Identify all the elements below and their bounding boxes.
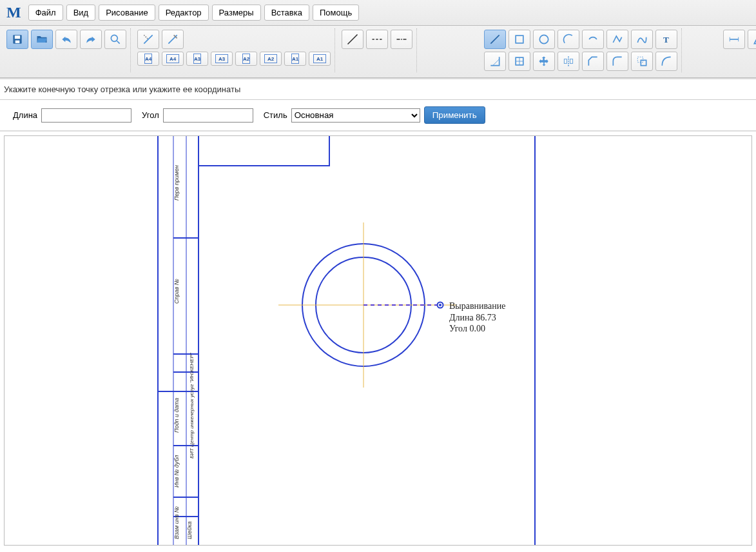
style-dash-icon[interactable]: [366, 30, 388, 49]
length-input[interactable]: [41, 108, 131, 123]
toolbar-container: A4 A4 A3 A3 A2 A2 A1 A1 T: [0, 26, 756, 78]
save-icon[interactable]: [6, 30, 28, 49]
dimension-toolbar: [719, 28, 756, 72]
svg-rect-22: [570, 59, 573, 64]
extend-icon[interactable]: [162, 30, 184, 49]
line-tool-icon[interactable]: [484, 30, 506, 49]
hatch-angle-icon[interactable]: [484, 52, 506, 71]
paper-a2p-label: A2: [243, 56, 249, 62]
paper-a3p-label: A3: [194, 56, 200, 62]
paper-a4p-label: A4: [145, 56, 151, 62]
param-bar: Длина Угол Стиль Основная Применить: [0, 100, 756, 132]
text-tool-icon[interactable]: T: [655, 30, 677, 49]
svg-text:Взам инв №: Взам инв №: [173, 506, 180, 539]
tooltip-angle: Угол 0.00: [449, 323, 505, 335]
fillet-tool-icon[interactable]: [606, 52, 628, 71]
draw-toolbar: T: [480, 28, 682, 72]
tooltip-length: Длина 86.73: [449, 312, 505, 324]
linestyle-toolbar: [338, 28, 417, 72]
trim-icon[interactable]: [137, 30, 159, 49]
paper-a1-landscape[interactable]: A1: [309, 52, 331, 66]
drawing-svg: Перв примен Справ № Подп и дата БИТ Цент…: [5, 136, 752, 546]
svg-text:Подп и дата: Подп и дата: [173, 398, 180, 433]
svg-line-6: [144, 35, 148, 39]
paper-toolbar: A4 A4 A3 A3 A2 A2 A1 A1: [133, 28, 335, 72]
menu-drawing[interactable]: Рисование: [99, 5, 155, 21]
svg-text:Шейка: Шейка: [186, 521, 193, 539]
command-prompt: Укажите конечную точку отрезка или укажи…: [0, 78, 756, 100]
undo-icon[interactable]: [55, 30, 77, 49]
angle-label: Угол: [142, 110, 159, 120]
arc1-tool-icon[interactable]: [557, 30, 579, 49]
svg-line-16: [493, 59, 499, 66]
mirror-tool-icon[interactable]: [557, 52, 579, 71]
svg-rect-1: [15, 35, 20, 39]
move-tool-icon[interactable]: [533, 52, 555, 71]
paper-a4-portrait[interactable]: A4: [137, 52, 159, 66]
tooltip-snap: Выравнивание: [449, 301, 505, 312]
paper-a4-landscape[interactable]: A4: [162, 52, 184, 66]
hatch-rect-icon[interactable]: [509, 52, 530, 71]
redo-icon[interactable]: [80, 30, 102, 49]
paper-a1p-label: A1: [292, 56, 298, 62]
paper-a1-portrait[interactable]: A1: [284, 52, 306, 66]
svg-rect-24: [641, 60, 646, 65]
svg-text:БИТ Центр инженерных услуг "ИН: БИТ Центр инженерных услуг "ИНЖЕНЕР": [189, 352, 195, 458]
paper-a3-landscape[interactable]: A3: [211, 52, 233, 66]
corner-tool-icon[interactable]: [655, 52, 677, 71]
cursor-tooltip: Выравнивание Длина 86.73 Угол 0.00: [449, 301, 505, 335]
menu-bar: M Файл Вид Рисование Редактор Размеры Вс…: [0, 0, 756, 26]
apply-button[interactable]: Применить: [424, 106, 485, 124]
dim-linear-icon[interactable]: [723, 30, 745, 49]
menu-editor[interactable]: Редактор: [159, 5, 209, 21]
menu-view[interactable]: Вид: [66, 5, 96, 21]
svg-line-4: [117, 41, 120, 44]
rect-tool-icon[interactable]: [509, 30, 530, 49]
svg-text:Справ №: Справ №: [173, 279, 180, 304]
paper-a2-landscape[interactable]: A2: [260, 52, 282, 66]
style-solid-icon[interactable]: [342, 30, 363, 49]
svg-line-12: [490, 35, 499, 43]
drawing-canvas[interactable]: Перв примен Справ № Подп и дата БИТ Цент…: [4, 135, 752, 546]
svg-point-48: [439, 304, 441, 306]
style-select[interactable]: Основная: [291, 108, 420, 123]
zoom-icon[interactable]: [104, 30, 126, 49]
menu-help[interactable]: Помощь: [313, 5, 359, 21]
svg-line-9: [348, 35, 358, 44]
app-logo-icon: M: [6, 4, 21, 21]
svg-point-3: [111, 35, 117, 41]
paper-a3l-label: A3: [218, 56, 225, 62]
paper-a2-portrait[interactable]: A2: [235, 52, 257, 66]
svg-text:Инв № дубл: Инв № дубл: [173, 455, 180, 488]
svg-text:T: T: [663, 35, 669, 44]
dim-angle-icon[interactable]: [748, 30, 756, 49]
chamfer-tool-icon[interactable]: [582, 52, 604, 71]
file-toolbar: [3, 28, 131, 72]
toolbar-spacer: [420, 28, 478, 72]
spline-tool-icon[interactable]: [631, 30, 653, 49]
style-label: Стиль: [264, 110, 287, 120]
copy-tool-icon[interactable]: [631, 52, 653, 71]
style-dashdot-icon[interactable]: [391, 30, 412, 49]
paper-a4l-label: A4: [170, 56, 176, 62]
svg-rect-13: [516, 35, 523, 43]
polyline-tool-icon[interactable]: [606, 30, 628, 49]
paper-a2l-label: A2: [267, 56, 274, 62]
menu-dimensions[interactable]: Размеры: [212, 5, 261, 21]
menu-insert[interactable]: Вставка: [264, 5, 309, 21]
arc2-tool-icon[interactable]: [582, 30, 604, 49]
angle-input[interactable]: [163, 108, 253, 123]
circle-tool-icon[interactable]: [533, 30, 555, 49]
open-icon[interactable]: [31, 30, 53, 49]
svg-rect-21: [564, 59, 567, 64]
svg-point-14: [539, 35, 548, 43]
svg-rect-2: [15, 41, 20, 43]
menu-file[interactable]: Файл: [28, 5, 63, 21]
paper-a3-portrait[interactable]: A3: [186, 52, 208, 66]
toolbar-spacer-2: [684, 28, 717, 72]
svg-text:Перв примен: Перв примен: [173, 165, 180, 201]
paper-a1l-label: A1: [316, 56, 323, 62]
length-label: Длина: [13, 110, 37, 120]
